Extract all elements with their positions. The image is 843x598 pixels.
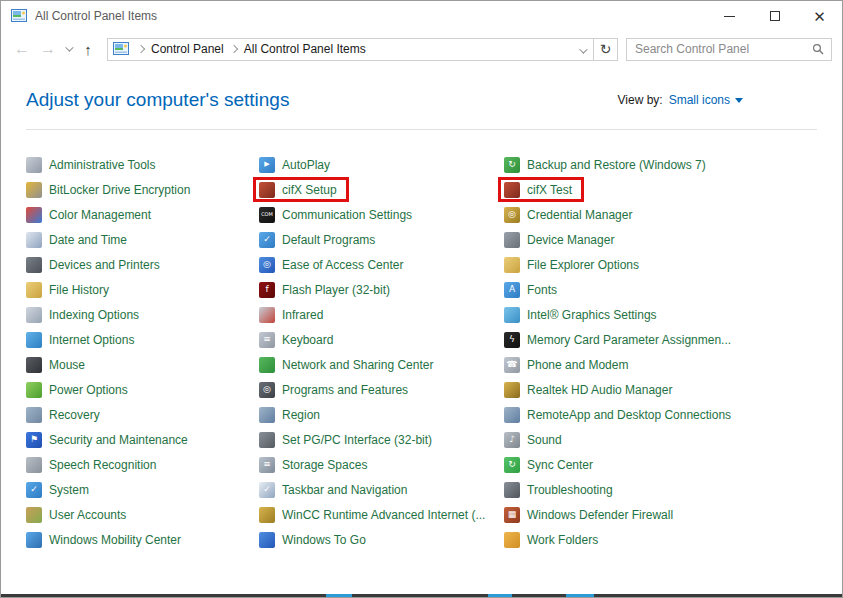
control-panel-item-backup-and-restore[interactable]: ↻Backup and Restore (Windows 7) <box>504 157 706 173</box>
control-panel-item-ease-of-access-center[interactable]: ◎Ease of Access Center <box>259 257 403 273</box>
address-bar[interactable]: Control Panel All Control Panel Items ↻ <box>107 38 618 61</box>
address-dropdown-button[interactable] <box>571 40 593 58</box>
control-panel-item-color-management[interactable]: Color Management <box>26 207 151 223</box>
up-button[interactable]: ↑ <box>75 42 101 57</box>
control-panel-item-indexing-options[interactable]: Indexing Options <box>26 307 139 323</box>
maximize-button[interactable] <box>752 1 797 31</box>
item-row: Color Management <box>26 202 256 227</box>
view-by-dropdown[interactable]: Small icons <box>669 93 743 107</box>
control-panel-item-label: Communication Settings <box>282 208 412 222</box>
flash-player-icon: f <box>259 282 275 298</box>
programs-and-features-icon: ◎ <box>259 382 275 398</box>
item-row: Intel® Graphics Settings <box>504 302 834 327</box>
item-row: ϟMemory Card Parameter Assignmen... <box>504 327 834 352</box>
control-panel-item-mouse[interactable]: Mouse <box>26 357 85 373</box>
minimize-button[interactable] <box>707 1 752 31</box>
breadcrumb-all-control-panel-items[interactable]: All Control Panel Items <box>244 42 366 56</box>
control-panel-item-devices-and-printers[interactable]: Devices and Printers <box>26 257 160 273</box>
control-panel-item-file-history[interactable]: File History <box>26 282 109 298</box>
control-panel-item-power-options[interactable]: Power Options <box>26 382 128 398</box>
control-panel-item-infrared[interactable]: Infrared <box>259 307 323 323</box>
control-panel-item-label: Troubleshooting <box>527 483 613 497</box>
control-panel-item-user-accounts[interactable]: User Accounts <box>26 507 126 523</box>
control-panel-item-wincc-runtime-advanced-internet[interactable]: WinCC Runtime Advanced Internet (... <box>259 507 485 523</box>
control-panel-item-work-folders[interactable]: Work Folders <box>504 532 598 548</box>
item-row: Realtek HD Audio Manager <box>504 377 834 402</box>
control-panel-item-label: Power Options <box>49 383 128 397</box>
control-panel-item-remoteapp-and-desktop-connections[interactable]: RemoteApp and Desktop Connections <box>504 407 731 423</box>
communication-settings-icon: COM <box>259 207 275 223</box>
control-panel-item-communication-settings[interactable]: COMCommunication Settings <box>259 207 412 223</box>
control-panel-item-realtek-hd-audio-manager[interactable]: Realtek HD Audio Manager <box>504 382 672 398</box>
cifx-test-icon <box>504 182 520 198</box>
item-row: Windows Mobility Center <box>26 527 256 552</box>
sound-icon: ♪ <box>504 432 520 448</box>
minimize-icon <box>724 16 735 17</box>
control-panel-item-programs-and-features[interactable]: ◎Programs and Features <box>259 382 408 398</box>
item-row: Region <box>259 402 501 427</box>
control-panel-item-default-programs[interactable]: ✓Default Programs <box>259 232 375 248</box>
recent-pages-chevron-icon[interactable] <box>65 43 73 51</box>
cifx-setup-icon <box>259 182 275 198</box>
control-panel-item-date-and-time[interactable]: Date and Time <box>26 232 127 248</box>
control-panel-item-device-manager[interactable]: Device Manager <box>504 232 614 248</box>
control-panel-item-file-explorer-options[interactable]: File Explorer Options <box>504 257 639 273</box>
breadcrumb-chevron-icon[interactable] <box>137 45 145 53</box>
item-row: cifX Setup <box>259 177 501 202</box>
control-panel-item-set-pg-pc-interface[interactable]: Set PG/PC Interface (32-bit) <box>259 432 432 448</box>
control-panel-item-label: Windows Mobility Center <box>49 533 181 547</box>
control-panel-item-autoplay[interactable]: ▶AutoPlay <box>259 157 330 173</box>
back-button[interactable]: ← <box>9 41 35 57</box>
control-panel-item-label: File Explorer Options <box>527 258 639 272</box>
breadcrumb-control-panel[interactable]: Control Panel <box>151 42 224 56</box>
control-panel-item-keyboard[interactable]: ≡Keyboard <box>259 332 333 348</box>
control-panel-item-taskbar-and-navigation[interactable]: ✓Taskbar and Navigation <box>259 482 407 498</box>
control-panel-item-administrative-tools[interactable]: Administrative Tools <box>26 157 156 173</box>
control-panel-item-label: Windows Defender Firewall <box>527 508 673 522</box>
forward-button[interactable]: → <box>35 41 61 57</box>
speech-recognition-icon <box>26 457 42 473</box>
control-panel-item-flash-player[interactable]: fFlash Player (32-bit) <box>259 282 390 298</box>
wincc-runtime-advanced-internet-icon <box>259 507 275 523</box>
control-panel-item-troubleshooting[interactable]: Troubleshooting <box>504 482 613 498</box>
control-panel-item-fonts[interactable]: AFonts <box>504 282 557 298</box>
control-panel-item-region[interactable]: Region <box>259 407 320 423</box>
control-panel-item-credential-manager[interactable]: ◎Credential Manager <box>504 207 632 223</box>
breadcrumb-chevron-icon[interactable] <box>229 45 237 53</box>
control-panel-item-sync-center[interactable]: ↻Sync Center <box>504 457 593 473</box>
close-button[interactable]: ✕ <box>797 1 842 31</box>
control-panel-item-memory-card-parameter-assignment[interactable]: ϟMemory Card Parameter Assignmen... <box>504 332 731 348</box>
item-row: ◎Credential Manager <box>504 202 834 227</box>
control-panel-item-recovery[interactable]: Recovery <box>26 407 100 423</box>
control-panel-item-network-and-sharing-center[interactable]: Network and Sharing Center <box>259 357 433 373</box>
control-panel-item-windows-to-go[interactable]: Windows To Go <box>259 532 366 548</box>
control-panel-item-cifx-setup[interactable]: cifX Setup <box>259 182 337 198</box>
control-panel-item-cifx-test[interactable]: cifX Test <box>504 182 572 198</box>
item-row: Date and Time <box>26 227 256 252</box>
control-panel-item-windows-defender-firewall[interactable]: ▦Windows Defender Firewall <box>504 507 673 523</box>
control-panel-item-intel-graphics-settings[interactable]: Intel® Graphics Settings <box>504 307 657 323</box>
control-panel-item-phone-and-modem[interactable]: ☎Phone and Modem <box>504 357 628 373</box>
taskbar-sliver-segment <box>566 594 594 597</box>
item-row: Troubleshooting <box>504 477 834 502</box>
search-icon[interactable] <box>812 43 824 55</box>
control-panel-item-sound[interactable]: ♪Sound <box>504 432 562 448</box>
control-panel-item-speech-recognition[interactable]: Speech Recognition <box>26 457 156 473</box>
control-panel-item-internet-options[interactable]: Internet Options <box>26 332 134 348</box>
troubleshooting-icon <box>504 482 520 498</box>
control-panel-item-bitlocker-drive-encryption[interactable]: BitLocker Drive Encryption <box>26 182 190 198</box>
control-panel-item-label: Sound <box>527 433 562 447</box>
windows-to-go-icon <box>259 532 275 548</box>
control-panel-item-storage-spaces[interactable]: ≡Storage Spaces <box>259 457 367 473</box>
date-and-time-icon <box>26 232 42 248</box>
item-row: COMCommunication Settings <box>259 202 501 227</box>
control-panel-item-windows-mobility-center[interactable]: Windows Mobility Center <box>26 532 181 548</box>
control-panel-item-label: Storage Spaces <box>282 458 367 472</box>
taskbar-sliver <box>1 594 842 597</box>
search-input[interactable] <box>627 42 812 56</box>
control-panel-item-system[interactable]: ✓System <box>26 482 89 498</box>
control-panel-item-label: Realtek HD Audio Manager <box>527 383 672 397</box>
refresh-button[interactable]: ↻ <box>593 39 617 60</box>
control-panel-item-label: RemoteApp and Desktop Connections <box>527 408 731 422</box>
control-panel-item-security-and-maintenance[interactable]: ⚑Security and Maintenance <box>26 432 188 448</box>
